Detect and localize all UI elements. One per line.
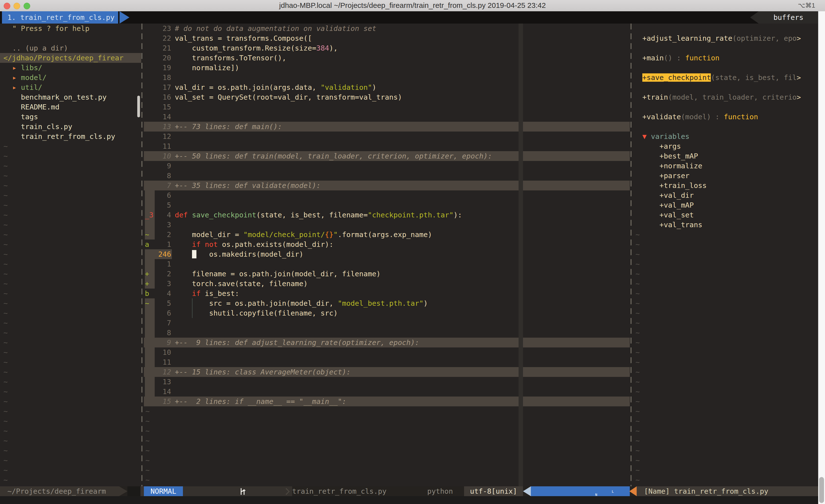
tagbar-entry[interactable]: ▼ variables [642, 132, 818, 141]
buffers-label[interactable]: buffers [759, 11, 818, 23]
code-text[interactable]: model_dir = "model/check_point/{}".forma… [175, 230, 432, 240]
code-line[interactable]: 3 [144, 220, 630, 230]
code-line[interactable]: 11 [144, 141, 630, 151]
code-line[interactable]: 246 os.makedirs(model_dir) [144, 249, 630, 259]
code-line[interactable]: 5 [144, 200, 630, 210]
code-text[interactable]: val_dir = os.path.join(args.data, "valid… [175, 82, 376, 92]
fold-summary-text[interactable]: +-- 73 lines: def main(): [175, 122, 282, 132]
code-line[interactable]: _34def save_checkpoint(state, is_best, f… [144, 210, 630, 220]
code-line[interactable]: 6 shutil.copyfile(filename, src) [144, 308, 630, 318]
file-label[interactable]: tags [21, 112, 38, 122]
tagbar-entry[interactable]: +adjust_learning_rate(optimizer, epo> [642, 33, 818, 43]
nerdtree-root-item[interactable]: </jdhao/Projects/deep_firear [3, 53, 141, 63]
code-line[interactable]: 10 [144, 347, 630, 357]
directory-label[interactable]: libs/ [21, 63, 42, 73]
code-line[interactable]: b4 if is_best: [144, 288, 630, 299]
code-line[interactable]: 20 transforms.ToTensor(), [144, 53, 630, 63]
fold-summary-text[interactable]: +-- 9 lines: def adjust_learning_rate(op… [175, 338, 419, 347]
tagbar-entry[interactable]: +parser [642, 171, 818, 181]
nerdtree-scrollbar-thumb[interactable] [137, 96, 140, 117]
nerdtree-item-util[interactable]: ▸util/ [0, 82, 141, 92]
code-text[interactable]: transforms.ToTensor(), [175, 53, 286, 63]
code-line[interactable]: 7 [144, 318, 630, 328]
window-separator-right[interactable] [630, 23, 631, 486]
code-line[interactable]: 6 [144, 190, 630, 200]
directory-label[interactable]: util/ [21, 82, 42, 92]
nerdtree-item-train-retr-from-cls-py[interactable]: train_retr_from_cls.py [0, 132, 141, 141]
nerdtree-item-train-cls-py[interactable]: train_cls.py [0, 122, 141, 132]
code-text[interactable]: src = os.path.join(model_dir, "model_bes… [175, 299, 428, 308]
folded-region[interactable]: 9+-- 9 lines: def adjust_learning_rate(o… [144, 338, 630, 347]
tagbar-entry[interactable]: +val_mAP [642, 200, 818, 210]
nerdtree-updir-item[interactable]: .. (up a dir) [12, 43, 141, 53]
tagbar-entry[interactable]: +normalize [642, 161, 818, 171]
tagbar-entry[interactable]: +best_mAP [642, 151, 818, 161]
code-line[interactable]: 9 [144, 161, 630, 171]
tagbar-entry[interactable]: +validate(model) : function [642, 112, 818, 122]
code-text[interactable]: custom_transform.Resize(size=384), [175, 43, 338, 53]
chevron-right-icon[interactable]: ▸ [12, 82, 16, 92]
tagbar-entry[interactable]: +args [642, 141, 818, 151]
code-text[interactable]: val_set = QuerySet(root=val_dir, transfo… [175, 92, 402, 102]
tagbar-entry[interactable]: +main() : function [642, 53, 818, 63]
code-text[interactable]: filename = os.path.join(model_dir, filen… [175, 269, 381, 279]
code-text[interactable]: def save_checkpoint(state, is_best, file… [175, 210, 462, 220]
code-line[interactable]: 15 [144, 102, 630, 112]
code-line[interactable]: +2 filename = os.path.join(model_dir, fi… [144, 269, 630, 279]
scrollbar-thumb[interactable] [819, 477, 824, 503]
fold-summary-text[interactable]: +-- 2 lines: if __name__ == "__main__": [175, 397, 346, 406]
tagbar-entry[interactable]: +train(model, train_loader, criterio> [642, 92, 818, 102]
code-line[interactable]: 12 [144, 132, 630, 141]
nerdtree-item-tags[interactable]: tags [0, 112, 141, 122]
code-line[interactable]: 14 [144, 387, 630, 397]
folded-region[interactable]: 12+-- 15 lines: class AverageMeter(objec… [144, 367, 630, 377]
folded-region[interactable]: 13+-- 73 lines: def main(): [144, 122, 630, 132]
code-line[interactable]: 19 normalize]) [144, 63, 630, 73]
code-text[interactable]: # do not do data augmentation on validat… [175, 23, 376, 33]
code-line[interactable]: ~5 src = os.path.join(model_dir, "model_… [144, 299, 630, 308]
scrollbar-track[interactable] [818, 11, 825, 504]
tagbar-entry[interactable]: +val_set [642, 210, 818, 220]
code-text[interactable]: torch.save(state, filename) [175, 279, 308, 288]
code-line[interactable]: 18 [144, 73, 630, 82]
file-label[interactable]: train_retr_from_cls.py [21, 132, 115, 141]
nerdtree-item-README-md[interactable]: README.md [0, 102, 141, 112]
file-label[interactable]: train_cls.py [21, 122, 72, 132]
nerdtree-item-libs[interactable]: ▸libs/ [0, 63, 141, 73]
code-line[interactable]: 22val_trans = transforms.Compose([ [144, 33, 630, 43]
folded-region[interactable]: 10+-- 50 lines: def train(model, train_l… [144, 151, 630, 161]
fold-summary-text[interactable]: +-- 50 lines: def train(model, train_loa… [175, 151, 492, 161]
fold-summary-text[interactable]: +-- 15 lines: class AverageMeter(object)… [175, 367, 351, 377]
tagbar-entry[interactable]: +val_dir [642, 190, 818, 200]
code-text[interactable]: shutil.copyfile(filename, src) [175, 308, 338, 318]
folded-region[interactable]: 15+-- 2 lines: if __name__ == "__main__"… [144, 397, 630, 406]
code-line[interactable]: ~2 model_dir = "model/check_point/{}".fo… [144, 230, 630, 240]
chevron-right-icon[interactable]: ▸ [12, 63, 16, 73]
code-text[interactable]: if is_best: [175, 288, 239, 299]
code-line[interactable]: +3 torch.save(state, filename) [144, 279, 630, 288]
code-text[interactable]: normalize]) [175, 63, 239, 73]
code-line[interactable]: 1 [144, 259, 630, 269]
command-line[interactable] [0, 496, 818, 504]
code-line[interactable]: 11 [144, 357, 630, 367]
fold-summary-text[interactable]: +-- 35 lines: def validate(model): [175, 181, 321, 190]
folded-region[interactable]: 7+-- 35 lines: def validate(model): [144, 181, 630, 190]
file-label[interactable]: README.md [21, 102, 59, 112]
code-line[interactable]: 23# do not do data augmentation on valid… [144, 23, 630, 33]
file-label[interactable]: benchmark_on_test.py [21, 92, 106, 102]
tagbar-entry[interactable]: +val_trans [642, 220, 818, 230]
code-line[interactable]: 13 [144, 377, 630, 387]
directory-label[interactable]: model/ [21, 73, 47, 82]
window-separator-left[interactable] [141, 23, 142, 486]
tagbar-entry[interactable]: +train_loss [642, 181, 818, 190]
code-line[interactable]: 8 [144, 328, 630, 338]
code-line[interactable]: 16val_set = QuerySet(root=val_dir, trans… [144, 92, 630, 102]
code-text[interactable]: val_trans = transforms.Compose([ [175, 33, 312, 43]
nerdtree-item-model[interactable]: ▸model/ [0, 73, 141, 82]
tagbar-entry[interactable]: +save_checkpoint(state, is_best, fil> [642, 73, 818, 82]
code-line[interactable]: 17val_dir = os.path.join(args.data, "val… [144, 82, 630, 92]
code-line[interactable]: 8 [144, 171, 630, 181]
chevron-right-icon[interactable]: ▸ [12, 73, 16, 82]
code-text[interactable]: if not os.path.exists(model_dir): [175, 240, 333, 249]
code-line[interactable]: 21 custom_transform.Resize(size=384), [144, 43, 630, 53]
